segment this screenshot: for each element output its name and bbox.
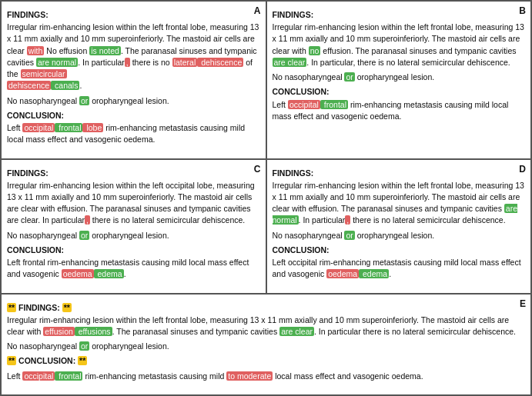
nasopharyngeal-a: No nasopharyngeal <box>7 96 79 105</box>
highlight-isnoted-a: is noted <box>89 46 121 55</box>
conclusion-text-d1: Left occipital rim-enhancing metastasis … <box>273 258 521 278</box>
highlight-areclear-e: are clear <box>279 327 314 336</box>
findings-text-d3: there is no lateral semicircular dehisce… <box>350 215 505 225</box>
nasopharyngeal-c: No nasopharyngeal <box>7 231 79 240</box>
conclusion-text-b1: Left <box>273 100 288 109</box>
highlight-or-a: or <box>79 96 89 105</box>
highlight-or-c: or <box>79 231 89 240</box>
highlight-effusions-e: effusions <box>75 327 112 336</box>
highlight-lobe-a: lobe <box>82 123 103 132</box>
conclusion-text-e2: rim-enhancing metastasis causing mild <box>82 371 226 381</box>
highlight-lateral-a: lateral <box>172 58 198 67</box>
conclusion-title-b: CONCLUSION: <box>273 86 526 98</box>
cell-label-b: B <box>519 5 526 18</box>
highlight-or-e: or <box>79 341 89 351</box>
highlight-arenormal-a: are normal <box>36 58 78 67</box>
findings-text-c2: there is no lateral semicircular dehisce… <box>90 215 245 225</box>
conclusion-title-e: ** CONCLUSION: ** <box>7 356 87 365</box>
findings-text-b2: effusion. The paranasal sinuses and tymp… <box>320 46 516 55</box>
findings-text-a2: No effusion <box>44 46 89 55</box>
highlight-comma-a: , <box>125 58 130 67</box>
highlight-with-a: with <box>27 46 45 55</box>
findings-text-e2: . The paranasal sinuses and tympanic cav… <box>112 327 280 336</box>
oropharyngeal-a: oropharyngeal lesion. <box>89 96 169 105</box>
nasopharyngeal-d: No nasopharyngeal <box>273 231 345 240</box>
cell-label-d: D <box>519 163 526 176</box>
conclusion-period-c: . <box>124 269 126 278</box>
conclusion-text-e3: local mass effect and vasogenic oedema. <box>273 371 423 381</box>
conclusion-text-a1: Left <box>7 123 22 132</box>
findings-title-e: ** FINDINGS: ** <box>7 302 525 314</box>
highlight-occipital-b: occipital <box>288 100 320 109</box>
highlight-occipital-e: occipital <box>22 371 55 381</box>
highlight-or-d: or <box>344 231 354 240</box>
findings-text-a5: there is no <box>130 58 172 67</box>
cell-label-a: A <box>254 5 261 18</box>
findings-text-d1: Irregular rim-enhancing lesion within th… <box>273 181 524 213</box>
cell-c: C FINDINGS: Irregular rim-enhancing lesi… <box>1 159 266 294</box>
highlight-oedema-d: oedema <box>326 269 359 278</box>
nasopharyngeal-b: No nasopharyngeal <box>273 72 345 82</box>
highlight-or-b: or <box>344 72 354 82</box>
conclusion-title-c: CONCLUSION: <box>7 245 260 256</box>
conclusion-title-d: CONCLUSION: <box>273 245 526 256</box>
cell-label-e: E <box>520 298 526 311</box>
findings-text-d2: . In particular <box>299 215 346 225</box>
cell-label-c: C <box>254 163 261 176</box>
nasopharyngeal-e: No nasopharyngeal <box>7 341 79 351</box>
highlight-no-b: no <box>309 46 321 55</box>
oropharyngeal-d: oropharyngeal lesion. <box>355 231 434 240</box>
cell-a: A FINDINGS: Irregular rim-enhancing lesi… <box>1 1 266 159</box>
highlight-tomoderate-e: to moderate <box>226 371 273 381</box>
findings-title-a: FINDINGS: <box>7 9 260 21</box>
cell-d: D FINDINGS: Irregular rim-enhancing lesi… <box>266 159 532 294</box>
highlight-areclear-b: are clear <box>273 58 307 67</box>
oropharyngeal-b: oropharyngeal lesion. <box>355 72 434 82</box>
highlight-dehiscence-a: dehiscence <box>197 58 243 67</box>
highlight-edema-d: edema <box>359 269 389 278</box>
highlight-edema-c: edema <box>94 269 124 278</box>
findings-title-c: FINDINGS: <box>7 168 260 179</box>
highlight-frontal-e: frontal <box>55 371 82 381</box>
main-grid: A FINDINGS: Irregular rim-enhancing lesi… <box>0 0 532 396</box>
highlight-conclusion-marker-e2: ** <box>78 356 87 365</box>
highlight-canals-a: canals <box>51 81 79 90</box>
findings-text-a4: . In particular <box>78 58 125 67</box>
highlight-oedema-c: oedema <box>62 269 94 278</box>
highlight-effusion1-e: effusion <box>43 327 75 336</box>
oropharyngeal-e: oropharyngeal lesion. <box>89 341 169 351</box>
findings-period-a: . <box>79 81 82 90</box>
findings-title-b: FINDINGS: <box>273 9 526 21</box>
highlight-frontal-a: frontal <box>55 123 82 132</box>
highlight-conclusion-marker-e: ** <box>7 356 16 365</box>
conclusion-text-c1: Left frontal rim-enhancing metastasis ca… <box>7 258 249 278</box>
highlight-findings-marker-e: ** <box>7 303 16 312</box>
conclusion-title-a: CONCLUSION: <box>7 110 260 121</box>
oropharyngeal-c: oropharyngeal lesion. <box>89 231 169 240</box>
conclusion-period-d: . <box>389 269 391 278</box>
highlight-semicircular-a: semicircular <box>21 69 67 78</box>
highlight-comma-c: , <box>85 215 90 225</box>
cell-b: B FINDINGS: Irregular rim-enhancing lesi… <box>266 1 532 159</box>
conclusion-text-e1: Left <box>7 371 22 381</box>
highlight-dehiscence2-a: dehiscence <box>7 81 51 90</box>
highlight-occipital-a: occipital <box>22 123 55 132</box>
findings-title-d: FINDINGS: <box>273 168 526 179</box>
highlight-frontal-b: frontal <box>320 100 348 109</box>
findings-text-b3: . In particular, there is no lateral sem… <box>306 58 510 67</box>
findings-text-e3: . In particular there is no lateral semi… <box>314 327 516 336</box>
highlight-findings-marker-e2: ** <box>62 303 72 312</box>
cell-e: E ** FINDINGS: ** Irregular rim-enhancin… <box>1 294 531 395</box>
